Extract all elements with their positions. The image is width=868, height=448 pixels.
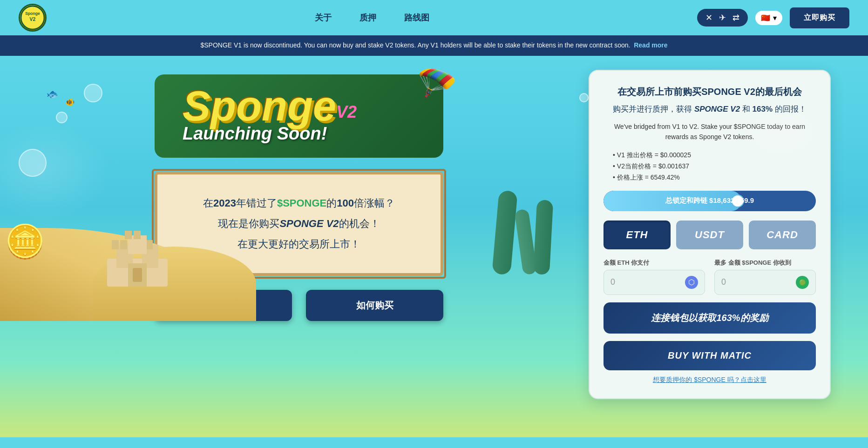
stake-link-container: 想要质押你的 $SPONGE 吗？点击这里 (604, 376, 816, 384)
left-panel: 🪂 SpongeV2 Launching Soon! 在2023年错过了$SPO… (37, 70, 561, 321)
bullet-item-1: V1 推出价格 = $0.000025 (613, 150, 807, 161)
nav-roadmap[interactable]: 路线图 (404, 12, 429, 23)
text-line-3: 在更大更好的交易所上市！ (185, 234, 413, 254)
seaweed-1 (492, 190, 518, 275)
tab-eth[interactable]: ETH (604, 221, 671, 249)
svg-rect-4 (116, 245, 133, 268)
card-description: We've bridged from V1 to V2. Stake your … (604, 121, 816, 142)
card-title: 在交易所上市前购买SPONGE V2的最后机会 (604, 85, 816, 99)
text-line-2: 现在是你购买SPONGE V2的机会！ (185, 214, 413, 234)
announcement-bar: $SPONGE V1 is now discontinued. You can … (0, 35, 868, 56)
bullet-item-3: 价格上涨 = 6549.42% (613, 172, 807, 183)
purchase-card: 在交易所上市前购买SPONGE V2的最后机会 购买并进行质押，获得 SPONG… (589, 70, 831, 399)
read-more-link[interactable]: Read more (634, 41, 667, 49)
sponge-input-label: 最多 金额 $SPONGE 你收到 (714, 259, 816, 267)
nav-links: 关于 质押 路线图 (315, 12, 429, 23)
nav-stake[interactable]: 质押 (359, 12, 376, 23)
whitepaper-button[interactable]: 白皮书 (155, 290, 292, 321)
progress-text: 总锁定和跨链 $18,632,859.9 (611, 196, 808, 205)
tab-card[interactable]: CARD (749, 221, 816, 249)
main-content: 🪂 SpongeV2 Launching Soon! 在2023年错过了$SPO… (0, 56, 868, 437)
card-subtitle: 购买并进行质押，获得 SPONGE V2 和 163% 的回报！ (604, 103, 816, 115)
twitter-icon[interactable]: ✕ (705, 13, 712, 23)
svg-rect-7 (120, 240, 127, 249)
svg-rect-13 (128, 263, 147, 287)
hero-text-box: 在2023年错过了$SPONGE的100倍涨幅？ 现在是你购买SPONGE V2… (155, 172, 443, 276)
payment-tabs: ETH USDT CARD (604, 221, 816, 249)
svg-rect-6 (112, 240, 119, 249)
eth-input-field[interactable] (610, 277, 680, 287)
eth-input-wrap: ⬡ (604, 270, 705, 295)
progress-bar: 总锁定和跨链 $18,632,859.9 (604, 191, 816, 211)
text-line-1: 在2023年错过了$SPONGE的100倍涨幅？ (185, 193, 413, 214)
navbar-right: ✕ ✈ ⇄ 🇨🇳 ▾ 立即购买 (697, 7, 849, 28)
flag-icon: 🇨🇳 (761, 13, 770, 22)
how-to-buy-button[interactable]: 如何购买 (306, 290, 443, 321)
svg-rect-12 (134, 231, 141, 239)
text-box-content: 在2023年错过了$SPONGE的100倍涨幅？ 现在是你购买SPONGE V2… (185, 193, 413, 254)
svg-rect-14 (133, 268, 142, 282)
svg-rect-8 (137, 240, 144, 249)
nav-about[interactable]: 关于 (315, 12, 332, 23)
treasure-chest: 🪙 (5, 222, 45, 261)
sponge-coin-icon: 🟢 (796, 276, 809, 289)
parachute-character: 🪂 (417, 65, 457, 103)
svg-text:V2: V2 (30, 16, 36, 22)
bullet-list: V1 推出价格 = $0.000025 V2当前价格 = $0.001637 价… (604, 150, 816, 183)
bubble-deco-4 (579, 93, 589, 102)
buy-matic-button[interactable]: BUY WITH MATIC (604, 341, 816, 370)
launching-soon-text: Launching Soon! (183, 124, 327, 144)
eth-input-group: 金额 ETH 你支付 ⬡ (604, 259, 705, 295)
svg-rect-10 (128, 235, 147, 254)
action-buttons: 白皮书 如何购买 (155, 290, 443, 321)
telegram-icon[interactable]: ✈ (719, 13, 726, 23)
v2-badge: V2 (336, 102, 357, 121)
site-logo[interactable]: Sponge V2 (19, 4, 47, 32)
fish-left-2: 🐠 (65, 98, 75, 107)
fish-left-1: 🐟 (47, 88, 58, 100)
connect-wallet-button[interactable]: 连接钱包以获取163%的奖励 (604, 302, 816, 334)
svg-text:Sponge: Sponge (25, 11, 40, 16)
chevron-down-icon: ▾ (773, 13, 777, 22)
svg-rect-11 (125, 231, 132, 239)
tab-usdt[interactable]: USDT (676, 221, 743, 249)
sponge-input-group: 最多 金额 $SPONGE 你收到 🟢 (714, 259, 816, 295)
sponge-logo-area: 🪂 SpongeV2 Launching Soon! (155, 74, 443, 158)
social-icons-bar: ✕ ✈ ⇄ (697, 9, 748, 27)
eth-coin-icon: ⬡ (685, 276, 698, 289)
sponge-input-field[interactable] (721, 277, 791, 287)
sponge-title-text: SpongeV2 (183, 88, 357, 124)
seaweed-2 (514, 209, 537, 275)
lang-selector[interactable]: 🇨🇳 ▾ (755, 11, 782, 25)
seaweed-3 (533, 200, 553, 275)
sponge-input-wrap: 🟢 (714, 270, 816, 295)
buy-button[interactable]: 立即购买 (790, 7, 849, 28)
input-row: 金额 ETH 你支付 ⬡ 最多 金额 $SPONGE 你收到 🟢 (604, 259, 816, 295)
stake-link[interactable]: 想要质押你的 $SPONGE 吗？点击这里 (653, 376, 766, 383)
announcement-text: $SPONGE V1 is now discontinued. You can … (200, 41, 630, 49)
bullet-item-2: V2当前价格 = $0.001637 (613, 161, 807, 172)
svg-rect-9 (146, 240, 153, 249)
discord-icon[interactable]: ⇄ (732, 13, 739, 23)
eth-input-label: 金额 ETH 你支付 (604, 259, 705, 267)
navbar: Sponge V2 关于 质押 路线图 ✕ ✈ ⇄ 🇨🇳 ▾ 立即购买 (0, 0, 868, 35)
